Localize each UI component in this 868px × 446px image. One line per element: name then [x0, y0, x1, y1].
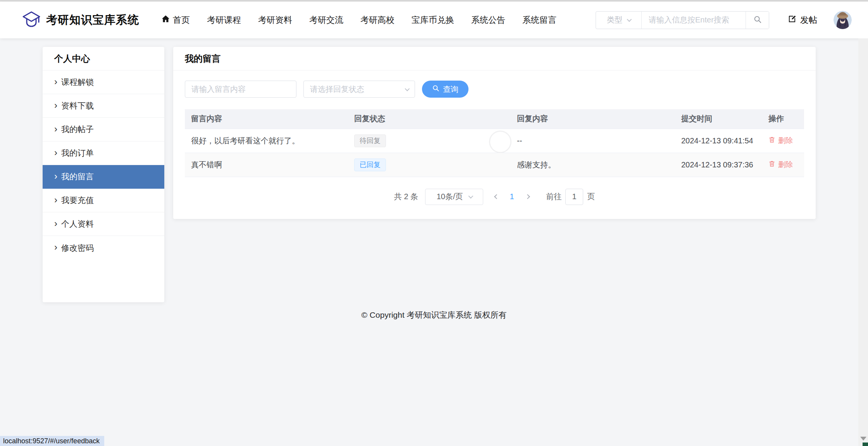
delete-button[interactable]: 删除: [768, 160, 793, 170]
feedback-content-input[interactable]: [185, 81, 296, 98]
cell-status: 待回复: [348, 129, 511, 153]
navbar-search-group: 类型: [596, 11, 769, 29]
search-icon: [432, 84, 439, 94]
next-page-button[interactable]: [520, 189, 535, 205]
query-button-label: 查询: [443, 84, 458, 95]
sidebar-item-change-password[interactable]: › 修改密码: [43, 236, 164, 260]
pagination-total: 共 2 条: [394, 191, 418, 202]
sidebar: 个人中心 › 课程解锁 › 资料下载 › 我的帖子 › 我的订单 › 我的留言 …: [43, 47, 164, 302]
trash-icon: [768, 160, 775, 169]
sidebar-item-label: 我的留言: [61, 171, 94, 182]
scroll-down-arrow-icon[interactable]: [860, 437, 866, 441]
column-header-status: 回复状态: [348, 109, 511, 129]
status-badge: 待回复: [354, 134, 386, 147]
navbar-search-input[interactable]: [642, 12, 746, 29]
browser-scrollbar[interactable]: [858, 38, 868, 446]
nav-item-universities[interactable]: 考研高校: [360, 14, 394, 26]
search-type-select[interactable]: 类型: [596, 12, 642, 29]
page-background: 个人中心 › 课程解锁 › 资料下载 › 我的帖子 › 我的订单 › 我的留言 …: [0, 38, 868, 446]
chevron-right-icon: ›: [54, 77, 57, 86]
nav-item-label: 考研交流: [309, 14, 343, 26]
cell-reply: --: [511, 129, 675, 153]
feedback-table: 留言内容 回复状态 回复内容 提交时间 操作 很好，以后考研看这个就行了。 待回…: [185, 109, 804, 177]
navbar-right: 类型 发帖: [596, 11, 852, 29]
cell-time: 2024-12-13 09:37:36: [675, 153, 762, 177]
graduation-cap-logo-icon: [22, 11, 41, 29]
trash-icon: [768, 136, 775, 145]
prev-page-button[interactable]: [489, 189, 504, 205]
goto-page-group: 前往 页: [546, 189, 595, 205]
nav-item-label: 宝库币兑换: [412, 14, 454, 26]
table-header-row: 留言内容 回复状态 回复内容 提交时间 操作: [185, 109, 804, 129]
brand[interactable]: 考研知识宝库系统: [22, 11, 139, 29]
browser-status-bar: localhost:9527/#/user/feedback: [0, 436, 104, 446]
nav-item-label: 首页: [173, 14, 190, 26]
nav-item-label: 考研课程: [207, 14, 241, 26]
sidebar-item-profile[interactable]: › 个人资料: [43, 212, 164, 236]
cell-status: 已回复: [348, 153, 511, 177]
nav-item-home[interactable]: 首页: [162, 14, 190, 26]
page-unit-label: 页: [587, 191, 595, 202]
create-post-button[interactable]: 发帖: [788, 14, 817, 26]
sidebar-item-label: 课程解锁: [61, 77, 94, 88]
pagination: 共 2 条 10条/页 1 前往 页: [173, 189, 816, 205]
feedback-panel: 我的留言 请选择回复状态 查询: [173, 47, 816, 219]
chevron-right-icon: [525, 194, 530, 199]
cell-content: 真不错啊: [185, 153, 348, 177]
cell-actions: 删除: [762, 153, 804, 177]
sidebar-item-label: 我要充值: [61, 195, 94, 206]
query-button[interactable]: 查询: [422, 81, 468, 98]
nav-item-materials[interactable]: 考研资料: [258, 14, 292, 26]
status-bar-url: localhost:9527/#/user/feedback: [3, 437, 100, 445]
navbar-search-button[interactable]: [746, 12, 769, 29]
sidebar-item-label: 我的帖子: [61, 124, 94, 135]
table-row: 真不错啊 已回复 感谢支持。 2024-12-13 09:37:36: [185, 153, 804, 177]
sidebar-item-my-orders[interactable]: › 我的订单: [43, 141, 164, 165]
table-row: 很好，以后考研看这个就行了。 待回复 -- 2024-12-13 09:41:5…: [185, 129, 804, 153]
sidebar-item-material-downloads[interactable]: › 资料下载: [43, 94, 164, 118]
column-header-actions: 操作: [762, 109, 804, 129]
chevron-left-icon: [494, 194, 499, 199]
navbar: 考研知识宝库系统 首页 考研课程 考研资料 考研交流 考研高校 宝库币兑换 系统…: [0, 2, 868, 38]
nav-item-forum[interactable]: 考研交流: [309, 14, 343, 26]
nav-item-messages[interactable]: 系统留言: [522, 14, 556, 26]
search-icon: [753, 15, 762, 25]
column-header-time: 提交时间: [675, 109, 762, 129]
chevron-down-icon: [627, 17, 632, 22]
status-badge: 已回复: [354, 158, 386, 171]
chevron-right-icon: ›: [54, 243, 57, 252]
reply-status-placeholder: 请选择回复状态: [310, 84, 364, 95]
home-icon: [162, 15, 170, 25]
nav-item-label: 系统公告: [471, 14, 505, 26]
nav-item-label: 考研资料: [258, 14, 292, 26]
chevron-right-icon: ›: [54, 219, 57, 228]
footer-copyright: © Copyright 考研知识宝库系统 版权所有: [0, 310, 868, 320]
goto-page-input[interactable]: [565, 189, 583, 205]
sidebar-item-recharge[interactable]: › 我要充值: [43, 189, 164, 212]
nav-item-courses[interactable]: 考研课程: [207, 14, 241, 26]
delete-button[interactable]: 删除: [768, 136, 793, 146]
filter-row: 请选择回复状态 查询: [173, 71, 816, 98]
page-size-value: 10条/页: [437, 191, 463, 202]
user-avatar[interactable]: [834, 11, 852, 29]
reply-status-select[interactable]: 请选择回复状态: [303, 81, 415, 98]
nav-item-label: 系统留言: [522, 14, 556, 26]
sidebar-item-my-feedback[interactable]: › 我的留言: [43, 165, 164, 189]
chevron-right-icon: ›: [54, 148, 57, 157]
sidebar-item-label: 我的订单: [61, 148, 94, 158]
goto-label: 前往: [546, 191, 561, 202]
nav-item-announcements[interactable]: 系统公告: [471, 14, 505, 26]
main-nav: 首页 考研课程 考研资料 考研交流 考研高校 宝库币兑换 系统公告 系统留言: [162, 14, 556, 26]
scrollbar-corner: [863, 443, 868, 446]
chevron-right-icon: ›: [54, 195, 57, 205]
page-number-1[interactable]: 1: [504, 192, 520, 201]
cell-content: 很好，以后考研看这个就行了。: [185, 129, 348, 153]
chevron-down-icon: [468, 194, 473, 199]
sidebar-item-course-unlock[interactable]: › 课程解锁: [43, 71, 164, 94]
chevron-right-icon: ›: [54, 101, 57, 110]
page-size-select[interactable]: 10条/页: [425, 189, 483, 205]
edit-icon: [788, 14, 797, 26]
sidebar-item-my-posts[interactable]: › 我的帖子: [43, 118, 164, 141]
post-button-label: 发帖: [800, 14, 817, 26]
nav-item-coin-exchange[interactable]: 宝库币兑换: [412, 14, 454, 26]
